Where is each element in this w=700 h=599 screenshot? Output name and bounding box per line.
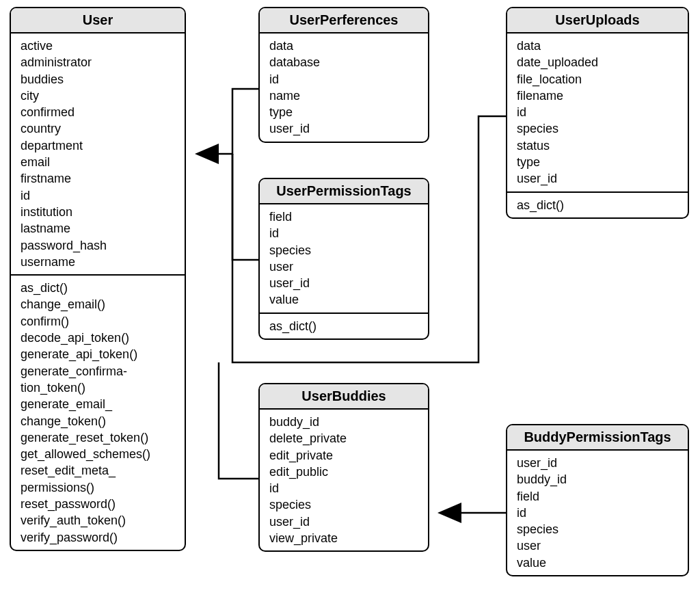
entity-userpreferences-attributes: datadatabaseidnametypeuser_id	[260, 34, 428, 142]
entity-userbuddies: UserBuddies buddy_iddelete_privateedit_p…	[258, 383, 429, 552]
entity-buddypermissiontags: BuddyPermissionTags user_idbuddy_idfield…	[506, 424, 689, 576]
entity-buddypermissiontags-attributes: user_idbuddy_idfieldidspeciesuservalue	[507, 451, 688, 575]
entity-userpermissiontags-methods: as_dict()	[260, 312, 428, 338]
entity-userpreferences-title: UserPerferences	[260, 8, 428, 34]
entity-user: User activeadministratorbuddiescityconfi…	[10, 7, 186, 551]
entity-useruploads-title: UserUploads	[507, 8, 688, 34]
entity-userpreferences: UserPerferences datadatabaseidnametypeus…	[258, 7, 429, 143]
entity-buddypermissiontags-title: BuddyPermissionTags	[507, 425, 688, 451]
entity-userpermissiontags-title: UserPermissionTags	[260, 179, 428, 204]
entity-user-methods: as_dict()change_email()confirm()decode_a…	[11, 274, 185, 550]
entity-useruploads: UserUploads datadate_uploadedfile_locati…	[506, 7, 689, 219]
entity-user-attributes: activeadministratorbuddiescityconfirmedc…	[11, 34, 185, 274]
entity-useruploads-methods: as_dict()	[507, 191, 688, 217]
entity-userpermissiontags: UserPermissionTags fieldidspeciesuseruse…	[258, 178, 429, 340]
entity-useruploads-attributes: datadate_uploadedfile_locationfilenameid…	[507, 34, 688, 191]
entity-userbuddies-attributes: buddy_iddelete_privateedit_privateedit_p…	[260, 410, 428, 550]
entity-userpermissiontags-attributes: fieldidspeciesuseruser_idvalue	[260, 204, 428, 312]
entity-user-title: User	[11, 8, 185, 34]
entity-userbuddies-title: UserBuddies	[260, 384, 428, 410]
